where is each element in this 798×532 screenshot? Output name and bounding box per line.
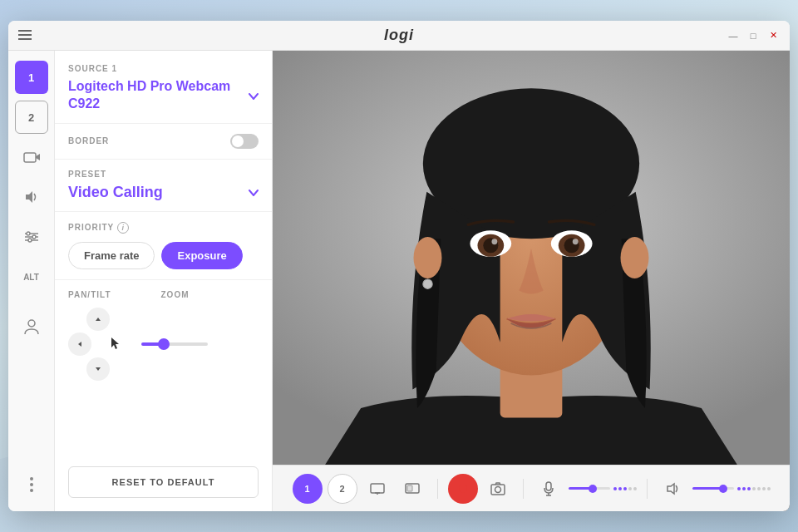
toolbar-source2-button[interactable]: 2 bbox=[328, 474, 357, 504]
vol-dot-4 bbox=[752, 487, 756, 490]
svg-point-31 bbox=[423, 279, 432, 288]
vol-dot-1 bbox=[737, 487, 741, 490]
svg-point-30 bbox=[414, 237, 442, 278]
zoom-slider[interactable] bbox=[141, 342, 208, 346]
volume-level-dots bbox=[737, 487, 771, 490]
zoom-slider-container bbox=[141, 342, 259, 346]
pan-zoom-section: PAN/TILT ZOOM bbox=[55, 280, 272, 458]
svg-point-14 bbox=[30, 483, 33, 486]
svg-rect-1 bbox=[18, 34, 32, 36]
sidebar-item-source1[interactable]: 1 bbox=[15, 61, 48, 94]
video-preview bbox=[273, 51, 790, 465]
toolbar-record-button[interactable] bbox=[448, 474, 478, 504]
svg-point-25 bbox=[491, 239, 497, 244]
preset-value: Video Calling bbox=[68, 184, 163, 201]
toolbar-volume-button[interactable] bbox=[658, 474, 687, 504]
toolbar-divider-1 bbox=[437, 479, 438, 499]
preset-dropdown-icon[interactable] bbox=[249, 185, 259, 199]
video-feed bbox=[273, 51, 790, 465]
vol-dot-3 bbox=[747, 487, 751, 490]
app-window: logi — □ ✕ 1 2 bbox=[8, 21, 790, 511]
device-dropdown-icon[interactable] bbox=[249, 89, 259, 102]
pan-down-button[interactable] bbox=[86, 357, 110, 381]
svg-point-9 bbox=[27, 232, 30, 235]
toolbar-screen2-button[interactable] bbox=[397, 474, 427, 504]
pan-tilt-label: PAN/TILT bbox=[68, 290, 111, 299]
menu-icon[interactable] bbox=[18, 28, 32, 43]
pan-zoom-labels: PAN/TILT ZOOM bbox=[68, 290, 259, 299]
sidebar-item-audio[interactable] bbox=[15, 180, 48, 214]
sidebar-item-camera[interactable] bbox=[15, 140, 48, 174]
priority-label: PRIORITY i bbox=[68, 222, 259, 234]
toolbar-screen1-button[interactable] bbox=[362, 474, 392, 504]
bottom-toolbar: 1 2 bbox=[273, 465, 790, 511]
mic-level-slider[interactable] bbox=[569, 487, 610, 490]
close-button[interactable]: ✕ bbox=[766, 29, 780, 42]
border-toggle[interactable] bbox=[230, 134, 259, 149]
sidebar-item-person[interactable] bbox=[15, 310, 48, 343]
sidebar: 1 2 bbox=[8, 51, 55, 511]
pan-zoom-controls bbox=[68, 308, 259, 381]
vol-dot-6 bbox=[762, 487, 766, 490]
priority-btn-framerate[interactable]: Frame rate bbox=[68, 242, 155, 269]
mic-dot-5 bbox=[633, 487, 637, 490]
svg-point-10 bbox=[32, 235, 36, 239]
pan-middle-row bbox=[68, 332, 128, 356]
mic-dot-1 bbox=[613, 487, 617, 490]
video-area: 1 2 bbox=[273, 51, 790, 511]
priority-btn-exposure[interactable]: Exposure bbox=[161, 242, 242, 269]
svg-rect-0 bbox=[18, 30, 32, 32]
mic-slider-group bbox=[569, 487, 637, 490]
source-device[interactable]: Logitech HD Pro Webcam C922 bbox=[68, 78, 259, 113]
zoom-label: ZOOM bbox=[161, 290, 190, 299]
svg-rect-2 bbox=[18, 38, 32, 40]
sidebar-item-more[interactable] bbox=[15, 468, 48, 501]
vol-dot-5 bbox=[757, 487, 761, 490]
preset-select[interactable]: Video Calling bbox=[68, 184, 259, 201]
toolbar-screenshot-button[interactable] bbox=[483, 474, 513, 504]
minimize-button[interactable]: — bbox=[727, 29, 740, 42]
mic-dot-3 bbox=[623, 487, 627, 490]
sidebar-item-filters[interactable] bbox=[15, 220, 48, 254]
window-controls: — □ ✕ bbox=[727, 29, 780, 42]
settings-panel: SOURCE 1 Logitech HD Pro Webcam C922 BOR… bbox=[55, 51, 273, 511]
reset-to-default-button[interactable]: RESET TO DEFAULT bbox=[68, 466, 259, 498]
border-label: BORDER bbox=[68, 136, 109, 145]
cursor-indicator bbox=[105, 332, 128, 356]
svg-point-15 bbox=[30, 489, 33, 492]
sidebar-item-source2[interactable]: 2 bbox=[15, 101, 48, 134]
priority-info-icon: i bbox=[117, 222, 129, 234]
vol-dot-2 bbox=[742, 487, 746, 490]
svg-point-29 bbox=[573, 239, 579, 244]
priority-section: PRIORITY i Frame rate Exposure bbox=[55, 212, 272, 280]
svg-point-12 bbox=[28, 320, 35, 327]
mic-level-dots bbox=[613, 487, 637, 490]
svg-rect-3 bbox=[24, 153, 36, 162]
main-content: 1 2 bbox=[8, 51, 790, 511]
toolbar-divider-3 bbox=[647, 479, 648, 499]
svg-point-38 bbox=[459, 485, 467, 493]
pan-left-button[interactable] bbox=[68, 332, 91, 356]
svg-marker-44 bbox=[667, 484, 674, 494]
svg-point-11 bbox=[28, 239, 32, 242]
pan-controls bbox=[68, 308, 128, 381]
sidebar-item-alt[interactable]: ALT bbox=[15, 260, 48, 293]
toolbar-source1-button[interactable]: 1 bbox=[293, 474, 323, 504]
toolbar-divider-2 bbox=[523, 479, 524, 499]
toolbar-mic-button[interactable] bbox=[534, 474, 564, 504]
vol-dot-7 bbox=[767, 487, 771, 490]
pan-up-button[interactable] bbox=[86, 308, 110, 331]
svg-rect-41 bbox=[546, 482, 551, 490]
svg-point-40 bbox=[495, 486, 500, 492]
mic-dot-4 bbox=[628, 487, 632, 490]
preset-section: PRESET Video Calling bbox=[55, 160, 272, 212]
maximize-button[interactable]: □ bbox=[746, 29, 760, 42]
border-row: BORDER bbox=[55, 124, 272, 160]
svg-rect-37 bbox=[407, 485, 412, 491]
svg-marker-5 bbox=[26, 191, 32, 203]
source-label: SOURCE 1 bbox=[68, 64, 259, 73]
app-logo: logi bbox=[384, 27, 414, 44]
titlebar: logi — □ ✕ bbox=[8, 21, 790, 51]
volume-level-slider[interactable] bbox=[692, 487, 734, 490]
svg-point-32 bbox=[621, 237, 649, 278]
